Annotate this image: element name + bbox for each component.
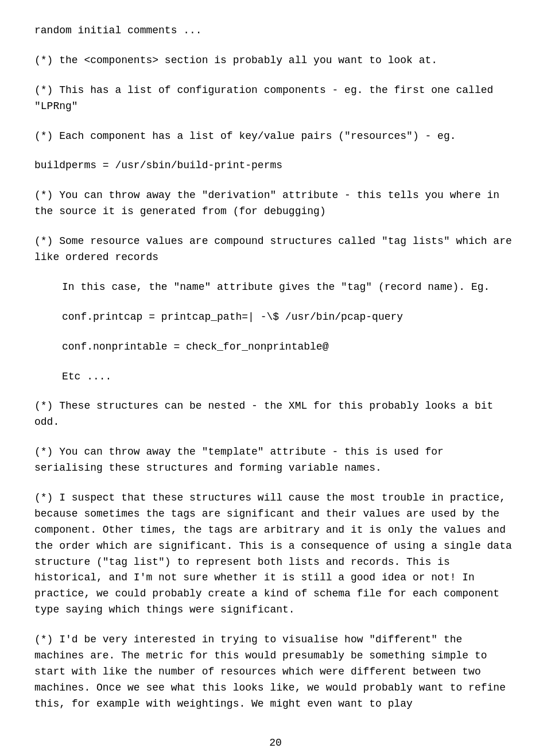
- paragraph-5: buildperms = /usr/sbin/build-print-perms: [34, 158, 517, 174]
- paragraph-9: (*) You can throw away the "template" at…: [34, 444, 517, 476]
- paragraph-2: (*) the <components> section is probably…: [34, 53, 517, 69]
- paragraph-6: (*) You can throw away the "derivation" …: [34, 188, 517, 220]
- paragraph-1: random initial comments ...: [34, 23, 517, 39]
- page-number: 20: [34, 735, 517, 751]
- paragraph-7d: Etc ....: [62, 369, 517, 385]
- paragraph-10: (*) I suspect that these structures will…: [34, 490, 517, 618]
- paragraph-7b: conf.printcap = printcap_path=| -\$ /usr…: [62, 309, 517, 325]
- paragraph-3: (*) This has a list of configuration com…: [34, 83, 517, 115]
- paragraph-7: (*) Some resource values are compound st…: [34, 234, 517, 266]
- paragraph-8: (*) These structures can be nested - the…: [34, 398, 517, 431]
- content-area: random initial comments ... (*) the <com…: [34, 23, 517, 712]
- page-container: random initial comments ... (*) the <com…: [0, 0, 551, 756]
- paragraph-7c: conf.nonprintable = check_for_nonprintab…: [62, 339, 517, 355]
- paragraph-4: (*) Each component has a list of key/val…: [34, 129, 517, 145]
- paragraph-11: (*) I'd be very interested in trying to …: [34, 632, 517, 712]
- paragraph-7a: In this case, the "name" attribute gives…: [62, 280, 517, 296]
